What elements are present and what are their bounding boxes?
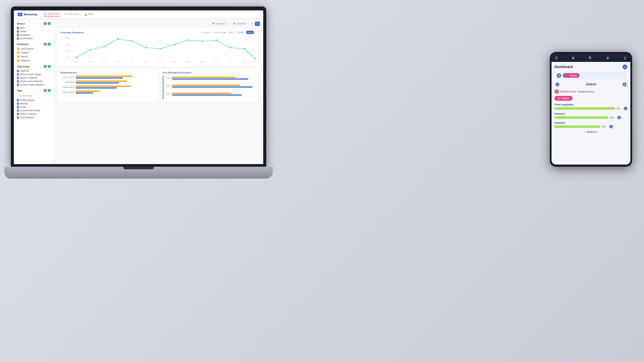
nav-items: 📡 News Feed ⚙ Feed Setup 🔔 Alerts bbox=[44, 12, 94, 16]
trend-count-0: 561 bbox=[617, 108, 622, 110]
trend-more-icon-0[interactable]: ▶ bbox=[624, 107, 627, 110]
source-online-checkbox[interactable] bbox=[17, 30, 19, 33]
tag-brexit-checkbox[interactable] bbox=[17, 106, 19, 108]
expand-icon[interactable]: ⤡ bbox=[255, 32, 257, 34]
coverage-prev-btn[interactable]: ◀ bbox=[222, 32, 223, 34]
source-broadcast-checkbox[interactable] bbox=[17, 34, 19, 36]
politics-btn[interactable]: 🏷 Politics bbox=[554, 96, 572, 101]
keymessage-title: Key Message Penetration bbox=[163, 71, 192, 74]
date-from-badge[interactable]: 📅 15/03/2018 bbox=[210, 22, 227, 26]
date-next-arrow[interactable]: ▶ bbox=[622, 82, 626, 86]
selectall-checkbox[interactable] bbox=[17, 70, 19, 72]
taggroups-collapse-btn[interactable]: ▲ bbox=[48, 65, 51, 68]
taggroup-privsec: Private Sector Banking bbox=[17, 80, 51, 82]
tags-add-btn[interactable]: + bbox=[44, 89, 47, 92]
brand: ▦ Monitoring bbox=[18, 13, 37, 16]
source-social-checkbox[interactable] bbox=[17, 38, 19, 40]
period-month-btn[interactable]: Month bbox=[246, 31, 254, 34]
finenq-checkbox[interactable] bbox=[17, 77, 19, 79]
spokesperson-bars-2 bbox=[76, 86, 154, 88]
tablet-menu-icon[interactable]: ☰ bbox=[555, 56, 558, 60]
source-header: Source + ▲ bbox=[17, 22, 51, 25]
tag-story-checkbox[interactable] bbox=[17, 116, 19, 119]
source-prev-arrow[interactable]: ◀ bbox=[557, 74, 561, 78]
tags-search-input[interactable] bbox=[22, 94, 49, 97]
top-nav: ▦ Monitoring 📡 News Feed ⚙ Feed Setup bbox=[14, 10, 263, 19]
period-2weeks-btn[interactable]: 2 Weeks bbox=[236, 31, 245, 34]
alerts-icon: 🔔 bbox=[84, 13, 87, 15]
spokesperson-orange-2 bbox=[76, 86, 131, 87]
source-broadcast-label: Broadcast bbox=[20, 34, 30, 36]
svg-text:Mon: Mon bbox=[172, 61, 176, 62]
svg-point-15 bbox=[174, 44, 176, 45]
privsec-checkbox[interactable] bbox=[17, 80, 19, 82]
tablet-settings-icon[interactable]: ⚙ bbox=[606, 56, 609, 60]
trend-more-icon-1[interactable]: ▶ bbox=[617, 116, 621, 119]
svg-point-13 bbox=[145, 47, 148, 48]
tag-banking-checkbox[interactable] bbox=[17, 102, 19, 105]
laptop: ▦ Monitoring 📡 News Feed ⚙ Feed Setup bbox=[11, 6, 275, 184]
source-print-checkbox[interactable] bbox=[17, 27, 19, 29]
tablet-search-icon[interactable]: 🔍 bbox=[588, 56, 592, 60]
tablet-grid-icon[interactable]: ⊞ bbox=[572, 56, 574, 60]
trend-count-1: 468 bbox=[610, 116, 616, 119]
peak-label: Monthly Peak bbox=[560, 90, 576, 93]
source-add-btn[interactable]: + bbox=[44, 22, 47, 25]
laptop-frame: ▦ Monitoring 📡 News Feed ⚙ Feed Setup bbox=[11, 6, 266, 167]
coverage-chart: 400 300 200 100 bbox=[60, 36, 257, 64]
svg-point-14 bbox=[159, 48, 162, 49]
dashboard-more-btn[interactable]: ••• bbox=[622, 64, 627, 69]
spokesperson-blue-3 bbox=[76, 92, 93, 94]
taggroups-add-btn[interactable]: + bbox=[44, 65, 47, 68]
more-link[interactable]: + 28 More ▾ bbox=[554, 130, 627, 133]
tags-search-box: 🔍 bbox=[17, 94, 51, 98]
tag-expert-checkbox[interactable] bbox=[17, 113, 19, 115]
tablet-profile-icon[interactable]: 👤 bbox=[623, 56, 627, 60]
km-bars-0 bbox=[172, 77, 257, 80]
svg-text:Mon: Mon bbox=[74, 61, 78, 62]
finenq-label: Finance Enquiries bbox=[20, 77, 38, 79]
spokesperson-row-1: Emily Hanly bbox=[60, 80, 154, 84]
tags-collapse-btn[interactable]: ▲ bbox=[48, 89, 51, 92]
dashboard-title: Dashboard bbox=[554, 65, 573, 69]
trend-label-0: Food Legislation bbox=[554, 103, 627, 106]
trend-more-icon-2[interactable]: ▶ bbox=[609, 125, 613, 128]
nav-item-alerts[interactable]: 🔔 Alerts bbox=[84, 13, 94, 16]
tags-title: Tags bbox=[17, 89, 22, 92]
km-bars-1 bbox=[172, 85, 257, 88]
sentiment-collapse-btn[interactable]: ▲ bbox=[48, 43, 51, 46]
period-week-btn[interactable]: Week bbox=[227, 31, 234, 34]
sidebar: Source + ▲ Print bbox=[14, 19, 54, 164]
pubfin-checkbox[interactable] bbox=[17, 74, 19, 76]
source-online: Online bbox=[17, 30, 51, 33]
main-panel: 📅 15/03/2018 - 📅 15/03/2019 ☰ bbox=[54, 19, 263, 164]
nav-item-newsfeed[interactable]: 📡 News Feed bbox=[44, 12, 60, 16]
date-prev-arrow[interactable]: ◀ bbox=[556, 82, 559, 86]
sentiment-add-btn[interactable]: + bbox=[44, 43, 47, 46]
date-to-badge[interactable]: 📅 15/03/2019 bbox=[231, 22, 248, 26]
source-collapse-btn[interactable]: ▲ bbox=[48, 22, 51, 25]
date-from-value: 15/03/2018 bbox=[216, 23, 225, 25]
laptop-screen: ▦ Monitoring 📡 News Feed ⚙ Feed Setup bbox=[14, 10, 263, 164]
dashboard-header: Dashboard ••• bbox=[554, 64, 627, 69]
km-orange-0 bbox=[172, 77, 236, 78]
svg-point-16 bbox=[187, 40, 190, 41]
calendar-from-icon: 📅 bbox=[212, 23, 214, 25]
online-badge[interactable]: 🌐 Online bbox=[563, 73, 580, 78]
tag-pubfin-label: Public Finance bbox=[20, 99, 34, 101]
tag-govfin-checkbox[interactable] bbox=[17, 110, 19, 112]
grid-view-btn[interactable]: ⊞ bbox=[255, 22, 260, 26]
coverage-next-btn[interactable]: ▶ bbox=[224, 32, 226, 34]
source-print-label: Print bbox=[20, 27, 25, 29]
verypositive-emoji: 😊 bbox=[17, 48, 20, 50]
tag-pubfin-checkbox[interactable] bbox=[17, 99, 19, 101]
nav-item-feedsetup[interactable]: ⚙ Feed Setup bbox=[64, 13, 80, 16]
spokesperson-expand-icon[interactable]: ⤡ bbox=[153, 72, 154, 74]
list-view-btn[interactable]: ☰ bbox=[250, 22, 254, 26]
sentiment-section: Sentiment + ▲ 😊 Very Positive bbox=[17, 43, 51, 62]
source-broadcast: Broadcast bbox=[17, 34, 51, 36]
taggroups-controls: + ▲ bbox=[44, 65, 51, 68]
svg-text:Wed: Wed bbox=[200, 61, 204, 62]
twitter-checkbox[interactable] bbox=[17, 84, 19, 86]
feedsetup-label: Feed Setup bbox=[67, 13, 80, 15]
